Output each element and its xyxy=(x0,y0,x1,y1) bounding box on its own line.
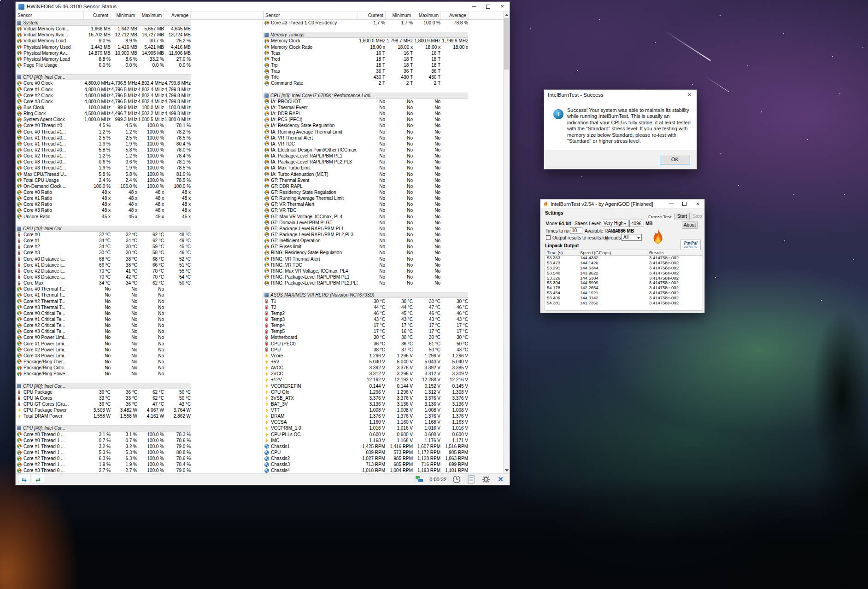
sensor-row[interactable]: Core #2 Clock4,800.0 MHz4,796.5 MHz4,802… xyxy=(16,93,263,99)
sensor-row[interactable]: GT: Max VR Voltage, ICCmax, PL4NoNoNo xyxy=(263,214,504,220)
ibt-close-button[interactable]: ✕ xyxy=(691,199,704,208)
linpack-row[interactable]: 54.178142.26543.414758e-002 xyxy=(545,286,703,291)
threads-select[interactable]: All xyxy=(622,234,642,241)
sensor-row[interactable]: Physical Memory Load8.8 %8.6 %33.2 %27.0… xyxy=(16,56,263,62)
sensor-row[interactable]: VCOREREFIN0.144 V0.144 V0.152 V0.145 V xyxy=(263,383,504,389)
sensor-row[interactable]: VCCPRIM_1.01.016 V1.016 V1.016 V1.016 V xyxy=(263,425,504,431)
close-sensors-icon[interactable]: ✕ xyxy=(496,475,505,484)
sensor-row[interactable]: Trp18 T18 T18 T xyxy=(263,62,504,68)
sensor-row[interactable]: Core #1 Distance t...66 °C38 °C66 °C51 °… xyxy=(16,262,263,268)
sensor-row[interactable]: Trcd18 T18 T18 T xyxy=(263,56,504,62)
sensor-row[interactable]: Temp517 °C16 °C17 °C17 °C xyxy=(263,328,504,334)
linpack-row[interactable]: 53.540143.96223.414758e-002 xyxy=(545,271,703,276)
sensor-row[interactable]: Temp417 °C17 °C17 °C17 °C xyxy=(263,322,504,328)
sensor-row[interactable]: T130 °C30 °C30 °C30 °C xyxy=(263,298,504,304)
sensor-row[interactable]: Total CPU Usage2.4 %2.4 %100.0 %78.5 % xyxy=(16,177,263,183)
section-header-row[interactable]: Memory Timings xyxy=(263,32,468,38)
section-header-row[interactable]: CPU [#0]: Intel Cor... xyxy=(16,383,191,389)
sensor-row[interactable]: RING: VR TDCNoNoNo xyxy=(263,262,504,268)
linpack-row[interactable]: 53.454144.19213.414758e-002 xyxy=(545,291,703,296)
column-header-maximum[interactable]: Maximum xyxy=(137,12,164,19)
sensor-row[interactable]: Core #0 Thread #0...4.5 %4.5 %100.0 %78.… xyxy=(16,122,263,128)
sensor-row[interactable]: GT: Package-Level RAPL/PBM PL1NoNoNo xyxy=(263,226,504,232)
start-button[interactable]: Start xyxy=(674,213,690,220)
ibt-titlebar[interactable]: IntelBurnTest v2.54 - by AgentGOD [Finis… xyxy=(540,199,704,209)
scrollbar-up-button[interactable] xyxy=(504,12,510,18)
sensor-row[interactable]: IA: PROCHOTNoNoNo xyxy=(263,99,504,105)
sensor-row[interactable]: Core #2 Ratio48 x48 x48 x48 x xyxy=(16,201,263,207)
sensor-row[interactable]: Core #1 Power Limi...NoNoNo xyxy=(16,340,263,346)
sensor-row[interactable]: +12V12.192 V12.192 V12.288 V12.216 V xyxy=(263,377,504,383)
sensor-row[interactable]: Temp246 °C45 °C46 °C46 °C xyxy=(263,310,504,316)
column-header-maximum[interactable]: Maximum xyxy=(413,12,441,19)
sensor-row[interactable]: Core #3 Thread 1 C0 Residency1.7 %1.7 %1… xyxy=(263,20,504,26)
sensor-row[interactable]: GT: Package-Level RAPL/PBM PL2,PL3NoNoNo xyxy=(263,232,504,238)
sensor-row[interactable]: Core #3 Ratio48 x48 x48 x48 x xyxy=(16,207,263,213)
sensor-row[interactable]: CPU Gfx1.296 V1.296 V1.312 V1.308 V xyxy=(263,389,504,395)
sensor-row[interactable]: Core #3 Thermal T...NoNoNo xyxy=(16,304,263,310)
column-header-minimum[interactable]: Minimum xyxy=(386,12,413,19)
nav-forward-button[interactable]: ⇄ xyxy=(32,475,44,484)
linpack-row[interactable]: 53.304144.59993.414758e-002 xyxy=(545,280,703,286)
sensor-row[interactable]: Chassis11,425 RPM1,416 RPM1,607 RPM1,516… xyxy=(263,443,504,449)
sensor-row[interactable]: IA: Turbo Attenuation (MCT)NoNoNo xyxy=(263,171,504,177)
sensor-row[interactable]: Core #1 Ratio48 x48 x48 x48 x xyxy=(16,195,263,201)
sensor-row[interactable]: Vcore1.296 V1.296 V1.296 V1.296 V xyxy=(263,353,504,359)
column-header-current[interactable]: Current xyxy=(84,12,111,19)
section-header-row[interactable]: ASUS MAXIMUS VIII HERO (Nuvoton NCT6793D… xyxy=(263,292,468,298)
linpack-row[interactable]: 53.473144.14203.414758e-002 xyxy=(545,261,703,266)
sensor-row[interactable]: Core #3 Thread 0 ...2.7 %2.7 %100.0 %79.… xyxy=(16,467,263,473)
sensor-row[interactable]: IA: VR TDCNoNoNo xyxy=(263,141,504,147)
sensor-row[interactable]: System Agent Clock1,000.0 MHz999.3 MHz1,… xyxy=(16,117,263,122)
sensor-row[interactable]: Core #1 Critical Te...NoNoNo xyxy=(16,316,263,322)
sensor-row[interactable]: GT: Thermal EventNoNoNo xyxy=(263,177,504,183)
sensor-row[interactable]: GT: VR Thermal AlertNoNoNo xyxy=(263,201,504,207)
sensor-row[interactable]: CPU IA Cores33 °C33 °C62 °C50 °C xyxy=(16,395,263,401)
sensor-row[interactable]: Max CPU/Thread U...5.8 %5.8 %100.0 %81.0… xyxy=(16,171,263,177)
sensor-row[interactable]: Core #234 °C30 °C59 °C45 °C xyxy=(16,244,263,250)
sensor-row[interactable]: Core #1 Thread #0...2.5 %2.5 %100.0 %78.… xyxy=(16,135,263,141)
sensor-row[interactable]: Ring Clock4,500.0 MHz4,496.7 MHz4,502.2 … xyxy=(16,111,263,117)
sensor-row[interactable]: CPU Package Power3.503 W3.482 W4.067 W3.… xyxy=(16,407,263,413)
column-header-sensor[interactable]: Sensor xyxy=(16,12,84,19)
linpack-results-list[interactable]: 53.363144.43823.414758e-00253.473144.142… xyxy=(545,256,703,311)
sensor-row[interactable]: Physical Memory Av...14,879 MB10,900 MB1… xyxy=(16,50,263,56)
sensor-row[interactable]: IMC1.168 V1.168 V1.176 V1.171 V xyxy=(263,437,504,443)
sensor-row[interactable]: Core #0 Thermal T...NoNoNo xyxy=(16,286,263,292)
sensor-row[interactable]: Chassis21,027 RPM985 RPM1,128 RPM1,063 R… xyxy=(263,455,504,461)
times-to-run-input[interactable] xyxy=(570,227,582,234)
sensor-row[interactable]: Core #0 Critical Te...NoNoNo xyxy=(16,310,263,316)
sensor-row[interactable]: Core #2 Thread #0...5.8 %5.8 %100.0 %78.… xyxy=(16,147,263,153)
sensor-row[interactable]: AVCC3.392 V3.376 V3.392 V3.385 V xyxy=(263,365,504,371)
linpack-row[interactable]: 53.409144.31423.414758e-002 xyxy=(545,296,703,301)
sensor-row[interactable]: Memory Clock Ratio18.00 x18.00 x18.00 x1… xyxy=(263,44,504,50)
sensor-row[interactable]: Core #2 Thread 1 ...1.9 %1.9 %100.0 %78.… xyxy=(16,461,263,467)
sensor-row[interactable]: Package/Ring Powe...NoNoNo xyxy=(16,371,263,377)
sensor-row[interactable]: IA: Package-Level RAPL/PBM PL2,PL3NoNoNo xyxy=(263,159,504,165)
sensor-row[interactable]: BAT_3V3.136 V3.136 V3.136 V3.136 V xyxy=(263,401,504,407)
sensor-row[interactable]: Tras36 T36 T36 T xyxy=(263,68,504,74)
settings-gear-icon[interactable] xyxy=(481,475,491,484)
scrollbar-down-button[interactable] xyxy=(504,467,510,473)
sensor-row[interactable]: IA: DDR RAPLNoNoNo xyxy=(263,111,504,117)
sensor-row[interactable]: Core #3 Power Limi...NoNoNo xyxy=(16,353,263,359)
sensor-row[interactable]: GT: Running Average Thermal LimitNoNoNo xyxy=(263,195,504,201)
sensor-row[interactable]: Core #134 °C34 °C62 °C49 °C xyxy=(16,238,263,244)
sensor-row[interactable]: Core #0 Power Limi...NoNoNo xyxy=(16,334,263,340)
section-header-row[interactable]: CPU [#0]: Intel Cor... xyxy=(16,226,191,232)
sensor-row[interactable]: IA: Max Turbo LimitNoNoNo xyxy=(263,165,504,171)
sensor-row[interactable]: DRAM1.376 V1.376 V1.376 V1.376 V xyxy=(263,413,504,419)
sensor-row[interactable]: GT: Fuses limitNoNoNo xyxy=(263,244,504,250)
sensor-row[interactable]: Core #0 Distance t...68 °C38 °C68 °C52 °… xyxy=(16,256,263,262)
sensor-row[interactable]: Virtual Memory Com...1,668 MB1,642 MB5,6… xyxy=(16,26,263,32)
stop-button[interactable]: Stop xyxy=(692,213,703,220)
sensor-row[interactable]: Core #1 Thread 1 ...5.3 %5.3 %100.0 %80.… xyxy=(16,449,263,455)
sensor-row[interactable]: Core #0 Ratio48 x48 x48 x48 x xyxy=(16,189,263,195)
column-header-average[interactable]: Average xyxy=(164,12,191,19)
sensor-row[interactable]: CPU PLLs OC0.600 V0.600 V0.600 V0.600 V xyxy=(263,432,504,437)
sensor-row[interactable]: Total DRAM Power1.558 W1.558 W4.161 W2.8… xyxy=(16,413,263,419)
sensor-row[interactable]: RING: Max VR Voltage, ICCmax, PL4NoNoNo xyxy=(263,268,504,274)
report-log-icon[interactable] xyxy=(466,475,476,484)
sensor-row[interactable]: Core #1 Thread #1...1.9 %1.9 %100.0 %80.… xyxy=(16,141,263,147)
remote-monitoring-icon[interactable] xyxy=(415,475,424,484)
